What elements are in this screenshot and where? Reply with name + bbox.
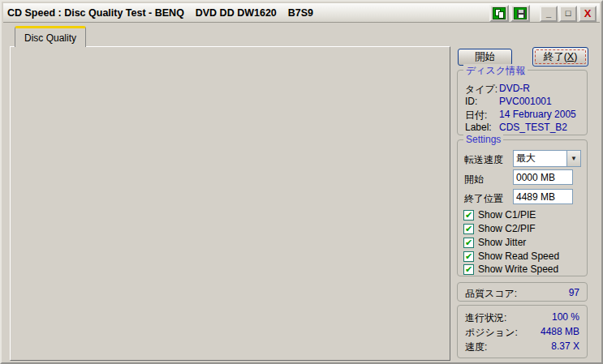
disc-id-label: ID:: [465, 96, 477, 106]
speed-label: 速度:: [465, 340, 487, 351]
disc-date-label: 日付:: [465, 109, 487, 119]
transfer-speed-select[interactable]: 最大 ▼: [513, 150, 581, 167]
disc-id-value: PVC001001: [499, 96, 552, 107]
disc-info-title: ディスク情報: [463, 64, 528, 78]
disc-info-box: ディスク情報 タイプ:DVD-R ID:PVC001001 日付:14 Febr…: [457, 70, 588, 135]
start-button[interactable]: 開始: [458, 49, 512, 66]
speed-value: 8.37 X: [551, 340, 579, 351]
copy-icon: [493, 7, 506, 19]
transfer-speed-value: 最大: [514, 151, 566, 166]
tab-label: Disc Quality: [24, 32, 76, 44]
maximize-button[interactable]: □: [559, 6, 577, 22]
disc-type-value: DVD-R: [499, 83, 530, 94]
minimize-icon: _: [546, 9, 551, 18]
position-label: ポジション:: [465, 326, 518, 336]
quality-score-label: 品質スコア:: [465, 287, 517, 298]
progress-label: 進行状況:: [465, 311, 506, 322]
app-window: CD Speed : Disc Quality Test - BENQ DVD …: [0, 0, 603, 364]
exit-button[interactable]: 終了(X): [532, 47, 588, 66]
check-icon: ✔: [463, 224, 474, 234]
checkbox-show-jitter[interactable]: ✔ Show Jitter: [463, 237, 526, 248]
checkbox-show-c1-pie[interactable]: ✔ Show C1/PIE: [463, 209, 536, 221]
progress-box: 進行状況:100 % ポジション:4488 MB 速度:8.37 X: [457, 305, 588, 358]
check-icon: ✔: [463, 264, 474, 275]
start-pos-label: 開始: [464, 173, 484, 186]
title-bar: CD Speed : Disc Quality Test - BENQ DVD …: [3, 3, 600, 23]
settings-box: Settings 転送速度 最大 ▼ 開始 終了位置 ✔ Show C1/PIE…: [457, 139, 588, 276]
disc-type-label: タイプ:: [465, 83, 497, 93]
end-pos-label: 終了位置: [464, 192, 503, 206]
progress-value: 100 %: [552, 311, 579, 322]
close-icon: X: [584, 8, 592, 19]
disc-date-value: 14 February 2005: [499, 109, 576, 120]
check-icon: ✔: [463, 251, 474, 262]
save-icon: [514, 7, 527, 19]
check-icon: ✔: [463, 210, 474, 221]
position-value: 4488 MB: [541, 326, 579, 336]
check-icon: ✔: [463, 238, 474, 248]
settings-title: Settings: [463, 134, 503, 145]
quality-score-value: 97: [569, 287, 579, 298]
close-button[interactable]: X: [579, 6, 597, 22]
end-pos-input[interactable]: [513, 189, 573, 204]
save-button[interactable]: [510, 5, 530, 22]
disc-label-value: CDS_TEST_B2: [499, 122, 567, 133]
minimize-button[interactable]: _: [540, 6, 558, 22]
disc-label-label: Label:: [465, 122, 492, 132]
checkbox-show-write-speed[interactable]: ✔ Show Write Speed: [463, 263, 558, 275]
copy-button[interactable]: [489, 5, 509, 22]
checkbox-show-read-speed[interactable]: ✔ Show Read Speed: [463, 251, 559, 262]
window-title: CD Speed : Disc Quality Test - BENQ DVD …: [7, 7, 313, 19]
transfer-speed-label: 転送速度: [464, 153, 503, 167]
checkbox-show-c2-pif[interactable]: ✔ Show C2/PIF: [463, 223, 536, 234]
quality-score-box: 品質スコア:97: [457, 282, 588, 302]
tab-disc-quality[interactable]: Disc Quality: [15, 26, 86, 47]
disc-quality-page: [10, 46, 450, 361]
start-pos-input[interactable]: [513, 169, 573, 185]
maximize-icon: □: [566, 9, 571, 18]
chevron-down-icon[interactable]: ▼: [566, 151, 580, 166]
